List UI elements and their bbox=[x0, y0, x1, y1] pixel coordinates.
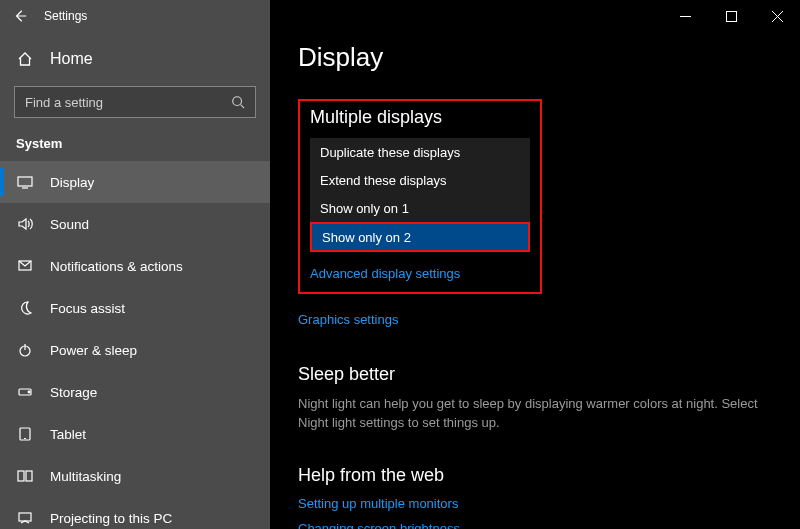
sidebar-item-power-sleep[interactable]: Power & sleep bbox=[0, 329, 270, 371]
multiple-displays-dropdown[interactable]: Duplicate these displays Extend these di… bbox=[310, 138, 530, 252]
sidebar-item-sound[interactable]: Sound bbox=[0, 203, 270, 245]
maximize-button[interactable] bbox=[708, 0, 754, 32]
help-link-brightness[interactable]: Changing screen brightness bbox=[298, 521, 772, 529]
sidebar-item-display[interactable]: Display bbox=[0, 161, 270, 203]
window-title: Settings bbox=[44, 9, 87, 23]
sidebar-item-storage[interactable]: Storage bbox=[0, 371, 270, 413]
sidebar-item-label: Display bbox=[50, 175, 94, 190]
help-link-multiple-monitors[interactable]: Setting up multiple monitors bbox=[298, 496, 772, 511]
display-option-show-only-1[interactable]: Show only on 1 bbox=[310, 194, 530, 222]
sidebar-item-label: Multitasking bbox=[50, 469, 121, 484]
sidebar: Home System Display Sound Notifications … bbox=[0, 0, 270, 529]
multiple-displays-heading: Multiple displays bbox=[310, 107, 530, 128]
help-section: Help from the web Setting up multiple mo… bbox=[298, 465, 772, 529]
sidebar-item-label: Focus assist bbox=[50, 301, 125, 316]
sidebar-item-label: Tablet bbox=[50, 427, 86, 442]
page-title: Display bbox=[298, 42, 772, 73]
arrow-left-icon bbox=[13, 9, 27, 23]
help-heading: Help from the web bbox=[298, 465, 772, 486]
search-input[interactable] bbox=[25, 95, 231, 110]
home-button[interactable]: Home bbox=[0, 40, 270, 78]
maximize-icon bbox=[726, 11, 737, 22]
sidebar-item-focus-assist[interactable]: Focus assist bbox=[0, 287, 270, 329]
svg-rect-6 bbox=[18, 177, 32, 186]
svg-point-12 bbox=[28, 391, 30, 393]
home-label: Home bbox=[50, 50, 93, 68]
advanced-display-settings-link[interactable]: Advanced display settings bbox=[310, 266, 460, 281]
content-area: Display Multiple displays Duplicate thes… bbox=[270, 0, 800, 529]
close-icon bbox=[772, 11, 783, 22]
multitasking-icon bbox=[16, 468, 34, 484]
sound-icon bbox=[16, 216, 34, 232]
sidebar-item-label: Storage bbox=[50, 385, 97, 400]
display-option-show-only-2[interactable]: Show only on 2 bbox=[310, 222, 530, 252]
svg-rect-16 bbox=[26, 471, 32, 481]
sleep-better-section: Sleep better Night light can help you ge… bbox=[298, 364, 772, 433]
svg-point-4 bbox=[233, 97, 242, 106]
search-box[interactable] bbox=[14, 86, 256, 118]
sidebar-item-label: Power & sleep bbox=[50, 343, 137, 358]
home-icon bbox=[16, 51, 34, 67]
graphics-settings-link[interactable]: Graphics settings bbox=[298, 312, 398, 327]
projecting-icon bbox=[16, 510, 34, 526]
focus-assist-icon bbox=[16, 300, 34, 316]
sidebar-item-label: Notifications & actions bbox=[50, 259, 183, 274]
minimize-icon bbox=[680, 11, 691, 22]
svg-rect-17 bbox=[19, 513, 31, 521]
sidebar-item-notifications[interactable]: Notifications & actions bbox=[0, 245, 270, 287]
titlebar: Settings bbox=[0, 0, 800, 32]
sidebar-item-label: Sound bbox=[50, 217, 89, 232]
svg-line-5 bbox=[241, 105, 245, 109]
svg-rect-1 bbox=[726, 11, 736, 21]
tablet-icon bbox=[16, 426, 34, 442]
display-option-extend[interactable]: Extend these displays bbox=[310, 166, 530, 194]
sleep-better-body: Night light can help you get to sleep by… bbox=[298, 395, 758, 433]
sidebar-item-tablet[interactable]: Tablet bbox=[0, 413, 270, 455]
storage-icon bbox=[16, 384, 34, 400]
close-button[interactable] bbox=[754, 0, 800, 32]
sleep-better-heading: Sleep better bbox=[298, 364, 772, 385]
display-icon bbox=[16, 174, 34, 190]
multiple-displays-highlight: Multiple displays Duplicate these displa… bbox=[298, 99, 542, 294]
sidebar-item-label: Projecting to this PC bbox=[50, 511, 172, 526]
power-icon bbox=[16, 342, 34, 358]
svg-rect-15 bbox=[18, 471, 24, 481]
sidebar-item-multitasking[interactable]: Multitasking bbox=[0, 455, 270, 497]
back-button[interactable] bbox=[0, 0, 40, 32]
minimize-button[interactable] bbox=[662, 0, 708, 32]
search-icon bbox=[231, 95, 245, 109]
sidebar-section-label: System bbox=[0, 128, 270, 161]
notifications-icon bbox=[16, 258, 34, 274]
display-option-duplicate[interactable]: Duplicate these displays bbox=[310, 138, 530, 166]
sidebar-item-projecting[interactable]: Projecting to this PC bbox=[0, 497, 270, 529]
